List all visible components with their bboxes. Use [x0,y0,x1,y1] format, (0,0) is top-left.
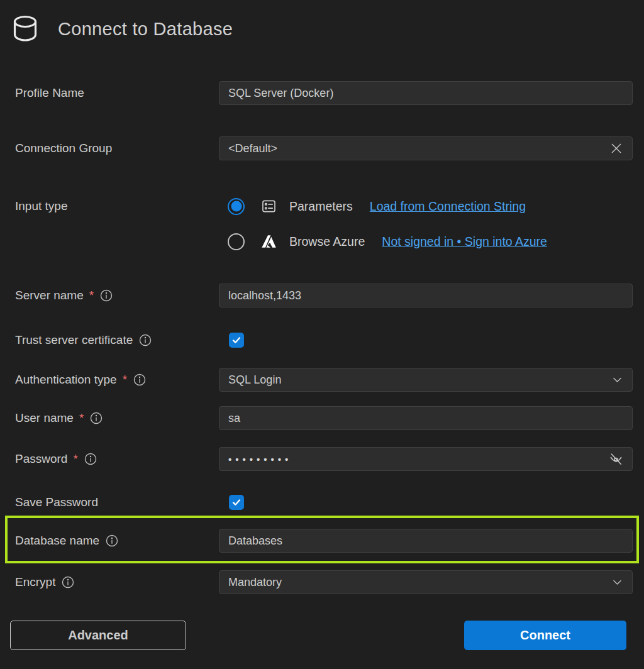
input-type-option-browse-azure: Browse Azure Not signed in • Sign into A… [228,230,547,253]
save-password-checkbox[interactable] [229,495,244,510]
database-name-row: Database name [15,529,633,553]
user-name-input[interactable] [219,406,633,430]
required-marker: * [89,289,94,302]
required-marker: * [73,452,77,466]
sign-into-azure-link[interactable]: Not signed in • Sign into Azure [382,235,547,249]
password-input[interactable] [219,447,633,471]
radio-browse-azure[interactable] [228,233,245,250]
connect-button[interactable]: Connect [464,621,626,650]
dialog-header: Connect to Database [0,0,644,48]
browse-azure-option-label[interactable]: Browse Azure [289,235,365,249]
profile-name-label: Profile Name [15,86,219,100]
chevron-down-icon [611,373,624,387]
trust-certificate-row: Trust server certificate [15,333,633,348]
radio-parameters[interactable] [228,198,245,215]
input-type-row: Input type Parameters Load from Connecti… [15,195,633,253]
chevron-down-icon [611,576,624,589]
authentication-type-label: Authentication type * [15,373,219,387]
input-type-option-parameters: Parameters Load from Connection String [228,195,547,218]
connection-group-label: Connection Group [15,141,219,155]
encrypt-row: Encrypt Mandatory [15,570,633,594]
server-name-row: Server name * [15,284,633,307]
dialog-footer: Advanced Connect [15,621,633,650]
info-icon[interactable] [105,534,119,548]
info-icon[interactable] [84,452,97,466]
server-name-label: Server name * [15,289,219,302]
info-icon[interactable] [133,373,147,387]
connection-form: Profile Name Connection Group Input type [0,81,644,650]
encrypt-select[interactable]: Mandatory [219,570,633,594]
authentication-type-row: Authentication type * SQL Login [15,368,633,392]
authentication-type-select[interactable]: SQL Login [219,368,633,392]
password-label: Password * [15,452,219,466]
parameters-icon [260,198,277,214]
close-icon[interactable] [609,141,624,156]
server-name-input[interactable] [219,284,633,307]
database-name-highlight: Database name [5,516,639,563]
required-marker: * [123,373,127,387]
save-password-row: Save Password [15,495,633,510]
eye-off-icon[interactable] [608,451,624,467]
connection-group-input[interactable] [219,136,633,160]
database-name-label: Database name [15,534,219,548]
trust-certificate-label: Trust server certificate [15,333,219,347]
parameters-option-label[interactable]: Parameters [289,199,353,214]
profile-name-row: Profile Name [15,81,633,105]
info-icon[interactable] [138,333,152,347]
database-icon [10,14,40,44]
info-icon[interactable] [99,289,113,302]
azure-icon [260,233,277,250]
input-type-label: Input type [15,195,219,218]
save-password-label: Save Password [15,495,219,509]
trust-certificate-checkbox[interactable] [229,333,244,348]
advanced-button[interactable]: Advanced [10,621,186,650]
info-icon[interactable] [61,575,75,589]
profile-name-input[interactable] [219,81,633,105]
connection-group-row: Connection Group [15,136,633,160]
load-connection-string-link[interactable]: Load from Connection String [370,199,526,214]
user-name-label: User name * [15,411,219,425]
input-type-options: Parameters Load from Connection String B… [219,195,547,253]
database-name-input[interactable] [219,529,633,553]
user-name-row: User name * [15,406,633,430]
info-icon[interactable] [89,411,103,425]
encrypt-label: Encrypt [15,575,219,589]
password-row: Password * [15,447,633,471]
required-marker: * [79,411,84,425]
page-title: Connect to Database [58,19,233,40]
